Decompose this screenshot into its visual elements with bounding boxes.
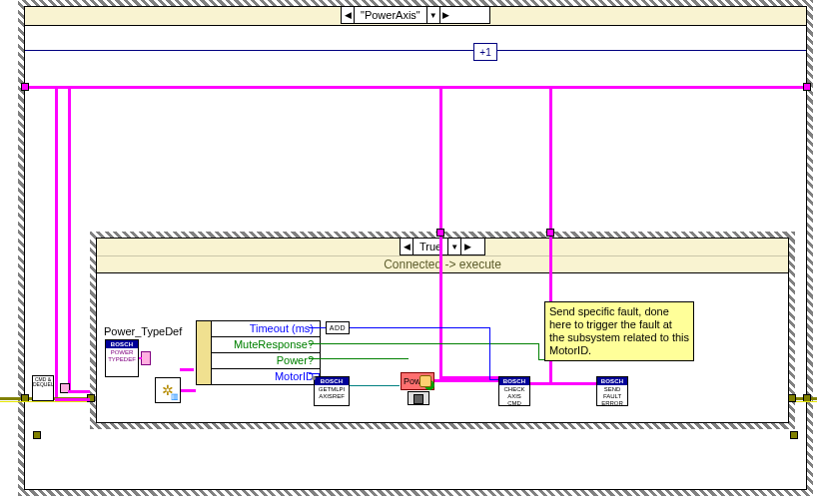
unbundle-row-mute[interactable]: MuteResponse? xyxy=(212,337,320,353)
getmlpi-axisref-node[interactable]: BOSCH GETMLPI AXISREF xyxy=(314,376,350,406)
wire xyxy=(489,379,498,380)
chevron-left-icon[interactable]: ◀ xyxy=(342,7,355,23)
wire xyxy=(309,343,538,344)
cmd-dequeue-node[interactable]: CMD & DEQUEUE xyxy=(32,375,54,401)
wire xyxy=(139,357,142,359)
dropdown-icon[interactable]: ▼ xyxy=(426,7,439,23)
chevron-right-icon[interactable]: ▶ xyxy=(439,7,452,23)
check-axis-cmd-node[interactable]: BOSCH CHECK AXIS CMD xyxy=(498,376,530,406)
wire xyxy=(309,373,319,374)
chevron-right-icon[interactable]: ▶ xyxy=(460,239,473,254)
wire xyxy=(489,327,490,379)
power-subvi-icon[interactable] xyxy=(408,391,429,405)
power-typedef-node[interactable]: BOSCH POWER TYPEDEF xyxy=(105,339,139,377)
wire xyxy=(180,368,194,371)
comment-box: Send specific fault, done here to trigge… xyxy=(544,301,694,361)
wire xyxy=(350,385,400,386)
inner-case-label: True xyxy=(413,241,447,252)
wire xyxy=(68,86,71,390)
power-indicator[interactable]: Power ✓ xyxy=(401,372,434,390)
node-brand: BOSCH xyxy=(499,377,529,385)
outer-case-label: "PowerAxis" xyxy=(355,9,426,21)
outer-case-selector[interactable]: ◀ "PowerAxis" ▼ ▶ xyxy=(341,6,490,24)
unbundle-by-name[interactable]: Timeout (ms) MuteResponse? Power? MotorI… xyxy=(196,320,321,385)
node-text: CMD & DEQUEUE xyxy=(33,376,53,388)
coerce-dot xyxy=(312,376,316,380)
tunnel xyxy=(436,229,444,237)
inner-case-selector[interactable]: ◀ True ▼ ▶ xyxy=(400,238,485,255)
increment-node[interactable]: +1 xyxy=(473,43,497,61)
wire xyxy=(439,237,442,376)
wire xyxy=(496,50,806,51)
node-text: CHECK AXIS CMD xyxy=(499,385,529,406)
mini-terminal[interactable] xyxy=(141,351,151,365)
tunnel xyxy=(788,394,796,402)
node-text: GETMLPI AXISREF xyxy=(315,385,349,400)
check-icon: ✓ xyxy=(424,380,434,390)
tunnel xyxy=(33,431,41,439)
wire xyxy=(55,86,58,398)
send-fault-error-node[interactable]: BOSCH SEND FAULT ERROR xyxy=(596,376,628,406)
increment-label: +1 xyxy=(479,47,490,58)
dropdown-icon[interactable]: ▼ xyxy=(447,239,460,254)
wire xyxy=(350,327,489,328)
wire xyxy=(25,50,473,51)
wire xyxy=(55,398,90,401)
unbundle-head xyxy=(197,321,212,384)
wire xyxy=(309,358,409,359)
chevron-left-icon[interactable]: ◀ xyxy=(401,239,413,254)
tunnel xyxy=(21,83,29,91)
wire xyxy=(530,382,549,385)
wire xyxy=(25,86,807,89)
add-tile[interactable]: ADD xyxy=(326,321,350,334)
block-diagram: ◀ "PowerAxis" ▼ ▶ +1 CMD & DEQUEUE Conne… xyxy=(0,0,819,504)
unbundle-row-timeout[interactable]: Timeout (ms) xyxy=(212,321,320,337)
node-brand: BOSCH xyxy=(106,340,138,348)
tunnel xyxy=(546,229,554,237)
unbundle-row-power[interactable]: Power? xyxy=(212,353,320,369)
power-typedef-label: Power_TypeDef xyxy=(101,324,185,338)
wire xyxy=(181,389,196,392)
wire xyxy=(68,390,90,393)
node-text: POWER TYPEDEF xyxy=(106,348,138,363)
tunnel xyxy=(803,83,811,91)
wire xyxy=(538,343,539,359)
power-indicator-label: Power xyxy=(404,376,429,386)
unbundle-node-icon[interactable]: ✲ ▥ xyxy=(155,377,181,403)
unbundle-row-motorid[interactable]: MotorID xyxy=(212,369,320,384)
wire xyxy=(549,382,596,385)
inner-case-subtitle: Connected -> execute xyxy=(97,255,788,272)
node-text: SEND FAULT ERROR xyxy=(597,385,627,406)
wire xyxy=(309,327,326,328)
node-brand: BOSCH xyxy=(597,377,627,385)
wire xyxy=(549,359,552,384)
node-brand: BOSCH xyxy=(315,377,349,385)
tunnel xyxy=(790,431,798,439)
